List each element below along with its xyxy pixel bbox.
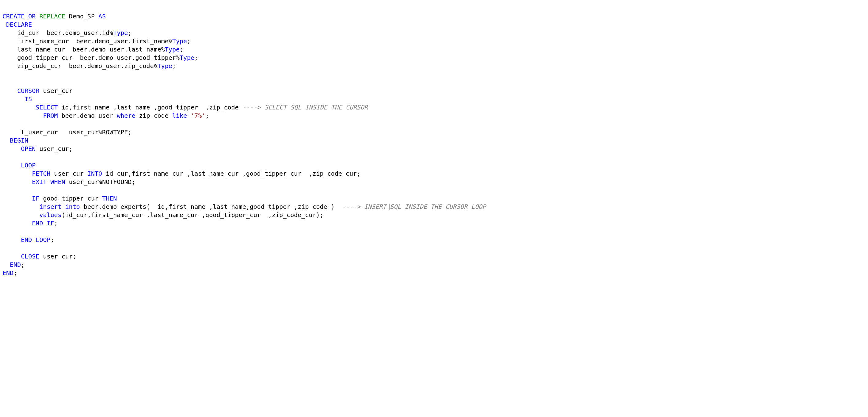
kw-type: Type xyxy=(158,62,172,69)
semi: ; xyxy=(205,112,209,119)
kw-exit: EXIT xyxy=(2,178,47,185)
semi: ; xyxy=(172,62,176,69)
kw-end: END xyxy=(2,219,43,227)
cursor-name: user_cur xyxy=(39,87,72,94)
fetch-into-list: id_cur,first_name_cur ,last_name_cur ,go… xyxy=(102,170,361,177)
kw-declare: DECLARE xyxy=(2,21,32,28)
semi: ; xyxy=(187,37,191,45)
kw-fetch: FETCH xyxy=(2,170,51,177)
kw-if-end: IF xyxy=(47,219,54,227)
kw-into: INTO xyxy=(87,170,102,177)
kw-replace: REPLACE xyxy=(39,12,65,20)
kw-when: WHEN xyxy=(51,178,65,185)
semi: ; xyxy=(21,261,25,268)
kw-end-loop: END xyxy=(2,236,32,243)
decl-good-tipper-cur: good_tipper_cur beer.demo_user.good_tipp… xyxy=(2,54,180,61)
from-table: beer.demo_user xyxy=(58,112,117,119)
string-literal: '7%' xyxy=(191,112,205,119)
values-list: (id_cur,first_name_cur ,last_name_cur ,g… xyxy=(62,211,324,219)
kw-create: CREATE xyxy=(2,12,25,20)
kw-into: into xyxy=(65,203,80,210)
kw-open: OPEN xyxy=(2,145,36,152)
kw-then: THEN xyxy=(102,195,117,202)
kw-as: AS xyxy=(98,12,106,20)
kw-values: values xyxy=(2,211,62,219)
kw-is: IS xyxy=(2,95,32,103)
kw-end-inner: END xyxy=(2,261,21,268)
close-cur: user_cur; xyxy=(39,252,76,260)
space xyxy=(36,12,39,20)
if-cond: good_tipper_cur xyxy=(39,195,102,202)
kw-loop: LOOP xyxy=(2,161,36,169)
select-cols: id,first_name ,last_name ,good_tipper ,z… xyxy=(58,103,242,111)
space xyxy=(25,12,28,20)
kw-type: Type xyxy=(165,46,180,53)
semi: ; xyxy=(128,29,131,36)
semi: ; xyxy=(13,269,17,276)
semi: ; xyxy=(54,219,58,227)
kw-type: Type xyxy=(172,37,187,45)
decl-id-cur: id_cur beer.demo_user.id% xyxy=(2,29,113,36)
space xyxy=(62,203,65,210)
semi: ; xyxy=(180,46,183,53)
decl-zip-code-cur: zip_code_cur beer.demo_user.zip_code% xyxy=(2,62,158,69)
semi: ; xyxy=(51,236,54,243)
semi: ; xyxy=(194,54,198,61)
comment-insert-a: ----> INSERT xyxy=(342,203,390,210)
kw-cursor: CURSOR xyxy=(2,87,39,94)
fetch-cur: user_cur xyxy=(51,170,87,177)
kw-type: Type xyxy=(113,29,128,36)
rowtype-decl: l_user_cur user_cur%ROWTYPE; xyxy=(2,128,131,136)
open-cur: user_cur; xyxy=(36,145,72,152)
kw-select: SELECT xyxy=(2,103,58,111)
kw-begin: BEGIN xyxy=(2,137,28,144)
sql-code-block: CREATE OR REPLACE Demo_SP AS DECLARE id_… xyxy=(0,0,868,280)
kw-where: where xyxy=(117,112,135,119)
kw-type: Type xyxy=(180,54,194,61)
space xyxy=(187,112,191,119)
where-col: zip_code xyxy=(135,112,172,119)
kw-or: OR xyxy=(28,12,36,20)
space xyxy=(43,219,46,227)
kw-like: like xyxy=(172,112,187,119)
comment-select: ----> SELECT SQL INSIDE THE CURSOR xyxy=(242,103,368,111)
kw-close: CLOSE xyxy=(2,252,39,260)
kw-loop-end: LOOP xyxy=(36,236,50,243)
decl-last-name-cur: last_name_cur beer.demo_user.last_name% xyxy=(2,46,165,53)
kw-if: IF xyxy=(2,195,39,202)
insert-target: beer.demo_experts( id,first_name ,last_n… xyxy=(80,203,342,210)
comment-insert-b: SQL INSIDE THE CURSOR LOOP xyxy=(390,203,486,210)
proc-name: Demo_SP xyxy=(65,12,98,20)
space xyxy=(32,236,36,243)
kw-end-outer: END xyxy=(2,269,13,276)
exit-cond: user_cur%NOTFOUND; xyxy=(65,178,135,185)
space xyxy=(47,178,51,185)
kw-from: FROM xyxy=(2,112,58,119)
kw-insert: insert xyxy=(2,203,62,210)
decl-first-name-cur: first_name_cur beer.demo_user.first_name… xyxy=(2,37,172,45)
